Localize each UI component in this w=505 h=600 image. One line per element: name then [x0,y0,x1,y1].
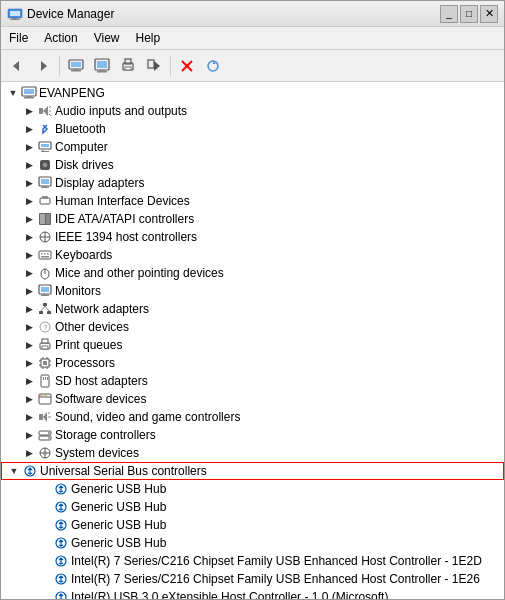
expand-icon[interactable]: ▶ [21,247,37,263]
expand-icon[interactable]: ▶ [21,355,37,371]
expand-icon[interactable]: ▶ [21,337,37,353]
expand-icon[interactable]: ▶ [21,427,37,443]
list-item[interactable]: ▶ Processors [1,354,504,372]
list-item[interactable]: Generic USB Hub [1,498,504,516]
item-label: Print queues [55,338,122,352]
list-item[interactable]: Generic USB Hub [1,534,504,552]
svg-rect-23 [24,89,34,94]
device-manager-window: Device Manager _ □ ✕ File Action View He… [0,0,505,600]
hid-icon [37,193,53,209]
list-item[interactable]: ▶ Network adapters [1,300,504,318]
usb-expand-icon[interactable]: ▼ [6,463,22,479]
other-icon: ? [37,319,53,335]
svg-rect-69 [42,339,48,343]
svg-text:?: ? [44,324,48,331]
menu-file[interactable]: File [1,29,36,47]
toolbar-separator-2 [170,56,171,76]
list-item[interactable]: ▶ ? Other devices [1,318,504,336]
list-item[interactable]: Intel(R) 7 Series/C216 Chipset Family US… [1,570,504,588]
expand-icon[interactable]: ▶ [21,409,37,425]
expand-icon[interactable]: ▶ [21,373,37,389]
svg-rect-51 [41,253,43,255]
list-item[interactable]: ▶ SD host adapters [1,372,504,390]
item-label: Processors [55,356,115,370]
item-label: Intel(R) USB 3.0 eXtensible Host Control… [71,590,388,599]
toolbar-back-button[interactable] [5,54,29,78]
item-label: SD host adapters [55,374,148,388]
item-label: Other devices [55,320,129,334]
expand-icon[interactable]: ▶ [21,193,37,209]
item-label: Intel(R) 7 Series/C216 Chipset Family US… [71,554,482,568]
tree-root[interactable]: ▼ EVANPENG [1,84,504,102]
expand-icon[interactable]: ▶ [21,301,37,317]
toolbar-forward-button[interactable] [31,54,55,78]
svg-line-64 [41,306,45,311]
item-label: Storage controllers [55,428,156,442]
system-icon [37,445,53,461]
list-item[interactable]: ▶ System devices [1,444,504,462]
list-item[interactable]: ▶ Storage controllers [1,426,504,444]
list-item[interactable]: Generic USB Hub [1,480,504,498]
svg-rect-8 [73,69,79,70]
display-icon [37,175,53,191]
item-label: Monitors [55,284,101,298]
expand-icon[interactable]: ▶ [21,157,37,173]
list-item[interactable]: ▶ Monitors [1,282,504,300]
list-item[interactable]: ▶ Human Interface Devices [1,192,504,210]
expand-icon[interactable]: ▶ [21,283,37,299]
list-item[interactable]: Generic USB Hub [1,516,504,534]
menu-help[interactable]: Help [128,29,169,47]
svg-line-30 [49,114,51,116]
list-item[interactable]: ▶ Keyboards [1,246,504,264]
list-item[interactable]: ▶ Mice and other pointing devices [1,264,504,282]
minimize-button[interactable]: _ [440,5,458,23]
toolbar-update-button[interactable] [142,54,166,78]
svg-rect-26 [39,108,43,114]
svg-rect-33 [42,149,44,151]
svg-point-99 [43,451,47,455]
svg-rect-2 [12,18,18,19]
device-tree[interactable]: ▼ EVANPENG ▶ Audio inputs and outputs ▶ [1,82,504,599]
toolbar-print-button[interactable] [116,54,140,78]
item-label: Human Interface Devices [55,194,190,208]
list-item[interactable]: Intel(R) USB 3.0 eXtensible Host Control… [1,588,504,599]
svg-marker-91 [43,412,47,422]
toolbar-refresh-button[interactable] [201,54,225,78]
menu-view[interactable]: View [86,29,128,47]
list-item[interactable]: ▶ Computer [1,138,504,156]
svg-rect-81 [41,375,49,387]
list-item[interactable]: ▶ Software devices [1,390,504,408]
expand-icon[interactable]: ▶ [21,211,37,227]
list-item[interactable]: ▶ Disk drives [1,156,504,174]
expand-icon[interactable]: ▶ [21,121,37,137]
expand-icon[interactable]: ▶ [21,103,37,119]
toolbar-computer-button[interactable] [64,54,88,78]
list-item[interactable]: ▶ IEEE 1394 host controllers [1,228,504,246]
list-item[interactable]: ▶ Display adapters [1,174,504,192]
toolbar-monitor-button[interactable] [90,54,114,78]
svg-rect-39 [41,179,49,184]
usb-controllers-item[interactable]: ▼ Universal Serial Bus controllers [1,462,504,480]
close-button[interactable]: ✕ [480,5,498,23]
expand-icon[interactable]: ▶ [21,139,37,155]
list-item[interactable]: ▶ Bluetooth [1,120,504,138]
menu-action[interactable]: Action [36,29,85,47]
list-item[interactable]: ▶ Print queues [1,336,504,354]
expand-icon[interactable]: ▶ [21,445,37,461]
expand-icon[interactable]: ▶ [21,175,37,191]
list-item[interactable]: Intel(R) 7 Series/C216 Chipset Family US… [1,552,504,570]
toolbar-delete-button[interactable] [175,54,199,78]
item-label: Display adapters [55,176,144,190]
expand-icon[interactable]: ▶ [21,265,37,281]
expand-icon[interactable]: ▶ [21,229,37,245]
root-expand-icon[interactable]: ▼ [5,85,21,101]
maximize-button[interactable]: □ [460,5,478,23]
list-item[interactable]: ▶ Audio inputs and outputs [1,102,504,120]
expand-icon[interactable]: ▶ [21,391,37,407]
expand-icon[interactable]: ▶ [21,319,37,335]
list-item[interactable]: ▶ IDE ATA/ATAPI controllers [1,210,504,228]
item-label: Generic USB Hub [71,500,166,514]
item-label: Audio inputs and outputs [55,104,187,118]
list-item[interactable]: ▶ Sound, video and game controllers [1,408,504,426]
svg-line-65 [45,306,49,311]
